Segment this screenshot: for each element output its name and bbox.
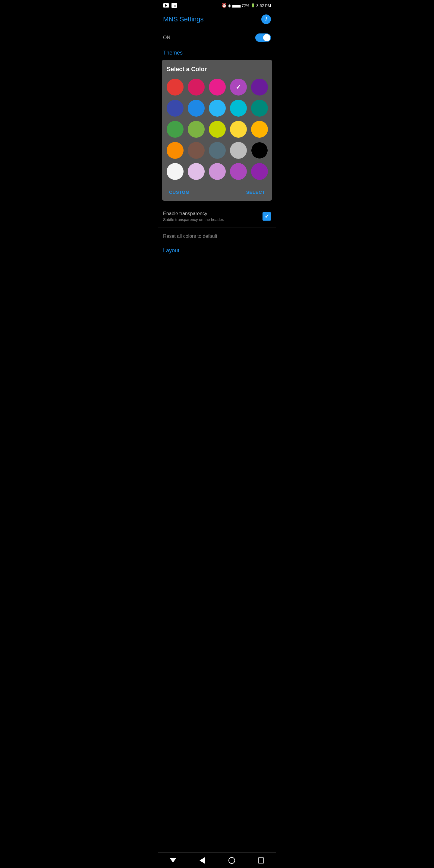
status-bar: ⏰ ◈ ▅▅▅ 72% 🔋 3:52 PM: [158, 0, 276, 11]
color-grid: [167, 79, 267, 180]
image-icon: [172, 3, 177, 8]
color-circle-white[interactable]: [167, 163, 184, 180]
color-circle-indigo[interactable]: [167, 100, 184, 117]
signal-icon: ▅▅▅: [232, 3, 241, 7]
status-bar-right: ⏰ ◈ ▅▅▅ 72% 🔋 3:52 PM: [221, 3, 271, 8]
app-header: MNS Settings i: [158, 11, 276, 28]
color-circle-red[interactable]: [167, 79, 184, 96]
color-circle-deep-purple[interactable]: [251, 163, 268, 180]
color-circle-cyan[interactable]: [230, 100, 247, 117]
color-circle-pink[interactable]: [209, 79, 226, 96]
reset-colors-row[interactable]: Reset all colors to default: [158, 227, 276, 245]
wifi-icon: ◈: [228, 3, 231, 8]
app-title: MNS Settings: [163, 16, 204, 23]
clock: 3:52 PM: [256, 3, 271, 8]
color-circle-light-green[interactable]: [188, 121, 205, 138]
color-circle-crimson[interactable]: [188, 79, 205, 96]
status-bar-left: [163, 3, 177, 8]
transparency-subtitle: Subtle transparency on the header.: [163, 217, 224, 222]
reset-colors-label: Reset all colors to default: [163, 234, 217, 239]
alarm-icon: ⏰: [221, 3, 227, 8]
custom-button[interactable]: CUSTOM: [167, 188, 192, 196]
color-circle-light-purple[interactable]: [209, 163, 226, 180]
layout-section: Layout: [158, 245, 276, 256]
color-circle-lavender[interactable]: [188, 163, 205, 180]
color-circle-black[interactable]: [251, 142, 268, 159]
color-circle-blue[interactable]: [188, 100, 205, 117]
transparency-row: Enable transparency Subtle transparency …: [163, 211, 271, 222]
select-button[interactable]: SELECT: [244, 188, 267, 196]
color-picker-dialog: Select a Color CUSTOM SELECT: [162, 60, 272, 201]
color-circle-green[interactable]: [167, 121, 184, 138]
color-circle-blue-grey[interactable]: [209, 142, 226, 159]
color-circle-purple[interactable]: [251, 79, 268, 96]
transparency-setting: Enable transparency Subtle transparency …: [158, 206, 276, 227]
color-dialog-title: Select a Color: [167, 66, 267, 73]
battery-percent: 72%: [242, 3, 250, 8]
color-circle-teal[interactable]: [251, 100, 268, 117]
color-circle-amber[interactable]: [251, 121, 268, 138]
color-circle-yellow[interactable]: [230, 121, 247, 138]
info-button[interactable]: i: [261, 14, 271, 24]
layout-section-label: Layout: [163, 247, 179, 253]
youtube-icon: [163, 3, 169, 7]
color-circle-orange[interactable]: [167, 142, 184, 159]
color-circle-light-blue[interactable]: [209, 100, 226, 117]
on-off-toggle[interactable]: [255, 33, 271, 42]
battery-icon: 🔋: [251, 3, 255, 7]
toggle-label: ON: [163, 35, 170, 40]
transparency-checkbox[interactable]: [262, 212, 271, 221]
transparency-title: Enable transparency: [163, 211, 224, 216]
transparency-text: Enable transparency Subtle transparency …: [163, 211, 224, 222]
themes-section-label: Themes: [158, 47, 276, 60]
toggle-row: ON: [158, 28, 276, 47]
color-dialog-footer: CUSTOM SELECT: [167, 185, 267, 196]
color-circle-brown[interactable]: [188, 142, 205, 159]
color-circle-lime[interactable]: [209, 121, 226, 138]
color-circle-grey[interactable]: [230, 142, 247, 159]
color-circle-medium-purple[interactable]: [230, 163, 247, 180]
color-circle-purple-pink[interactable]: [230, 79, 247, 96]
